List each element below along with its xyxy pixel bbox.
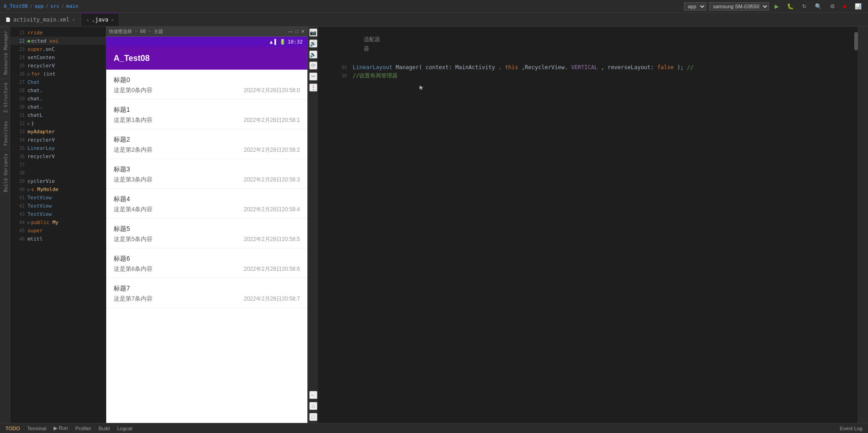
- chat-item-6[interactable]: 标题6 这是第6条内容 2022年2月28日20:58:6: [106, 248, 307, 278]
- line-content-33: myAdapter: [27, 129, 55, 135]
- profiler-btn[interactable]: Profiler: [73, 426, 93, 431]
- main-line-content-36: //设置布局管理器: [353, 72, 398, 80]
- side-panel-z-structure[interactable]: Z-Structure: [0, 78, 10, 116]
- chat-time-6: 2022年2月28日20:58:6: [244, 265, 300, 273]
- main-scrollbar[interactable]: [854, 27, 858, 423]
- terminal-btn[interactable]: Terminal: [26, 426, 49, 431]
- search-button[interactable]: 🔍: [812, 2, 824, 11]
- breadcrumb-src[interactable]: src: [50, 3, 60, 9]
- fold-26[interactable]: ▷: [27, 71, 30, 77]
- line-content-21: rride: [27, 30, 43, 36]
- cursor-position: [419, 83, 858, 92]
- chat-content-1: 这是第1条内容: [114, 116, 153, 124]
- main-code-line-35[interactable]: 35 LinearLayout Manager( context: MainAc…: [327, 63, 849, 71]
- line-num-25: 25: [12, 63, 25, 68]
- tool-more[interactable]: ⋮: [309, 83, 317, 92]
- chat-content-5: 这是第5条内容: [114, 235, 153, 243]
- line-content-31: chatL: [27, 112, 43, 118]
- fold-32[interactable]: ▷: [27, 121, 30, 126]
- chat-item-1[interactable]: 标题1 这是第1条内容 2022年2月28日20:58:1: [106, 99, 307, 129]
- bottom-bar: TODO Terminal ▶ Run Profiler Build Logca…: [0, 423, 868, 433]
- chat-item-0[interactable]: 标题0 这是第0条内容 2022年2月28日20:58:0: [106, 70, 307, 99]
- chat-item-5[interactable]: 标题5 这是第5条内容 2022年2月28日20:58:5: [106, 219, 307, 248]
- chat-item-2[interactable]: 标题2 这是第2条内容 2022年2月28日20:58:2: [106, 129, 307, 159]
- debug-button[interactable]: 🐛: [784, 2, 797, 11]
- profile-button[interactable]: 📊: [852, 2, 864, 11]
- breadcrumb-app2[interactable]: app: [35, 3, 44, 9]
- line-content-42: TextView: [27, 203, 52, 209]
- code-line-39: 39 cyclerVie: [10, 177, 106, 185]
- chat-item-4[interactable]: 标题4 这是第4条内容 2022年2月28日20:58:4: [106, 189, 307, 219]
- todo-btn[interactable]: TODO: [4, 426, 22, 431]
- chat-item-7[interactable]: 标题7 这是第7条内容 2022年2月28日20:58:7: [106, 278, 307, 308]
- far-right-tab[interactable]: [862, 28, 865, 36]
- side-panel-favorites[interactable]: Favorites: [0, 117, 10, 149]
- code-line-43: 43 TextView: [10, 210, 106, 218]
- breadcrumb-main[interactable]: main: [66, 3, 79, 9]
- chat-content-0: 这是第0条内容: [114, 86, 153, 94]
- run-button[interactable]: ▶: [772, 2, 781, 11]
- phone-chat-list[interactable]: 标题0 这是第0条内容 2022年2月28日20:58:0 标题1 这是第1条内…: [106, 70, 307, 423]
- tab-close-xml[interactable]: ✕: [72, 17, 75, 22]
- line-num-31: 31: [12, 113, 25, 118]
- tool-home[interactable]: ⌂: [309, 402, 317, 410]
- code-comment: //: [687, 64, 693, 71]
- tab-close-java[interactable]: ✕: [111, 17, 114, 22]
- chat-title-6: 标题6: [114, 255, 300, 263]
- line-content-36: recyclerV: [27, 153, 55, 159]
- minimize-btn[interactable]: —: [288, 29, 293, 34]
- tool-volume-up[interactable]: 🔊: [309, 39, 317, 48]
- top-bar: A_Test08 / app / src / main app samsung …: [0, 0, 868, 13]
- breadcrumb-sep3: /: [61, 3, 65, 9]
- code-line-44: 44 ▷ public My: [10, 218, 106, 226]
- tab-activity-main[interactable]: 📄 activity_main.xml ✕: [0, 13, 81, 26]
- code-this: this: [505, 64, 518, 71]
- status-time: 10:32: [288, 39, 303, 45]
- tool-square[interactable]: □: [309, 413, 317, 421]
- main-code-content: 适配器 器 35 LinearLayout Manager( context: …: [318, 27, 858, 92]
- close-emulator-btn[interactable]: ✕: [301, 29, 305, 34]
- code-line-38: 38: [10, 169, 106, 177]
- tool-cut[interactable]: ✂: [309, 72, 317, 81]
- line-num-30: 30: [12, 104, 25, 110]
- chat-title-7: 标题7: [114, 285, 300, 293]
- logcat-btn[interactable]: Logcat: [115, 426, 134, 431]
- scrollbar-thumb[interactable]: [854, 32, 858, 50]
- sync-button[interactable]: ↻: [799, 2, 809, 11]
- side-panel-build-variants[interactable]: Build Variants: [0, 149, 10, 196]
- fold-40[interactable]: ▷: [27, 187, 30, 192]
- maximize-btn[interactable]: □: [295, 29, 298, 34]
- chat-time-3: 2022年2月28日20:58:3: [244, 176, 300, 184]
- tool-screenshot[interactable]: 📷: [309, 28, 317, 37]
- main-line-content-35: LinearLayout Manager( context: MainActiv…: [353, 64, 693, 71]
- chat-row-4: 这是第4条内容 2022年2月28日20:58:4: [114, 205, 300, 214]
- build-btn[interactable]: Build: [97, 426, 111, 431]
- phone-app-title: A_Test08: [114, 54, 150, 63]
- breadcrumb-app[interactable]: A_Test08: [4, 3, 28, 9]
- stop-button[interactable]: ■: [841, 2, 849, 11]
- tool-volume-down[interactable]: 🔈: [309, 50, 317, 59]
- tool-back[interactable]: ←: [309, 391, 317, 399]
- tool-rotate[interactable]: ⟳: [309, 61, 317, 70]
- breadcrumb: A_Test08 / app / src / main: [4, 3, 78, 9]
- chat-row-7: 这是第7条内容 2022年2月28日20:58:7: [114, 295, 300, 303]
- chat-row-1: 这是第1条内容 2022年2月28日20:58:1: [114, 116, 300, 124]
- code-line-27: 27 Chat: [10, 78, 106, 86]
- event-log-btn[interactable]: Event Log: [838, 426, 864, 431]
- fold-44[interactable]: ▷: [27, 220, 30, 225]
- line-num-29: 29: [12, 96, 25, 101]
- tab-main-java[interactable]: ☕ .java ✕: [81, 13, 120, 26]
- chat-item-3[interactable]: 标题3 这是第3条内容 2022年2月28日20:58:3: [106, 159, 307, 189]
- device-selector[interactable]: samsung SM-G9550: [709, 2, 769, 11]
- run-log-btn[interactable]: ▶ Run: [52, 425, 70, 431]
- main-code-line-36[interactable]: 36 //设置布局管理器: [327, 71, 849, 80]
- line-num-26: 26: [12, 71, 25, 77]
- line-content-35: LinearLay: [27, 145, 55, 151]
- side-panel-resource-manager[interactable]: Resource Manager: [0, 27, 10, 78]
- code-line-30: 30 chat.: [10, 103, 106, 111]
- settings-button[interactable]: ⚙: [827, 2, 838, 11]
- app-selector[interactable]: app: [684, 2, 706, 11]
- line-num-45: 45: [12, 228, 25, 233]
- phone-emulator: 快捷图选择 · 60 · 主题 — □ ✕ ▲ ▌ 🔋 10:32 A_Test…: [106, 27, 308, 423]
- chat-time-0: 2022年2月28日20:58:0: [244, 87, 300, 94]
